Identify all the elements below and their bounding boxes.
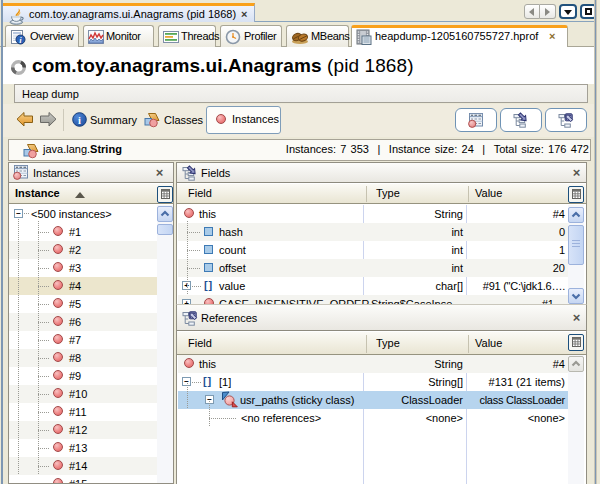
svg-text:i: i (78, 115, 81, 126)
